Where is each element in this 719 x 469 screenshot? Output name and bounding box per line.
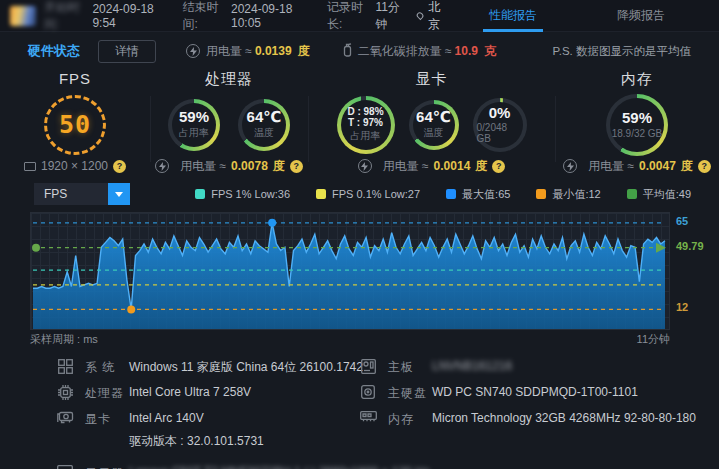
chevron-down-icon[interactable] bbox=[108, 183, 130, 205]
duration-value: 11分钟 bbox=[375, 0, 407, 33]
legend-item-1pct-low: FPS 1% Low:36 bbox=[195, 188, 290, 200]
gpu-power-unit: 度 bbox=[475, 158, 487, 175]
details-button[interactable]: 详情 bbox=[98, 40, 156, 63]
memory-usage-value: 59% bbox=[622, 110, 652, 127]
gpu-gauge-section: 显卡 D : 98% T : 97% 占用率 64℃ 温度 bbox=[308, 68, 555, 176]
cpu-temp-value: 64℃ bbox=[247, 109, 282, 126]
gpu-t-usage: T : 97% bbox=[348, 117, 383, 128]
tab-throttling-report[interactable]: 降频报告 bbox=[577, 0, 705, 32]
legend-swatch bbox=[627, 189, 637, 199]
sysinfo-row-gpu: 显卡 Intel Arc 140V bbox=[55, 411, 358, 428]
gpu-usage-label: 占用率 bbox=[351, 129, 381, 143]
fps-chart: 6549.7912 采样周期 : ms 11分钟 bbox=[30, 212, 696, 347]
cpu-power-help-icon[interactable]: ? bbox=[290, 160, 303, 173]
metric-select[interactable]: FPS bbox=[34, 183, 130, 205]
legend-swatch bbox=[195, 189, 205, 199]
co2-unit: 克 bbox=[484, 43, 496, 60]
memory-title: 内存 bbox=[621, 70, 653, 89]
end-time-label: 结束时间: bbox=[183, 0, 227, 33]
gpu-usage-ring: D : 98% T : 97% 占用率 bbox=[337, 96, 395, 154]
gpu-title: 显卡 bbox=[416, 70, 448, 89]
duration-label: 记录时长: bbox=[327, 0, 371, 33]
fps-chart-footer: 采样周期 : ms 11分钟 bbox=[30, 332, 670, 347]
cpu-icon bbox=[55, 385, 75, 400]
cpu-usage-label: 占用率 bbox=[179, 126, 209, 140]
metric-select-value[interactable]: FPS bbox=[34, 183, 108, 205]
co2-value: 10.9 bbox=[455, 44, 478, 58]
legend-item-avg: 平均值:49 bbox=[627, 187, 691, 202]
end-time-value: 2024-09-18 10:05 bbox=[231, 2, 313, 30]
app-logo bbox=[10, 6, 36, 26]
cpu-power-row: 用电量 ≈ 0.0078 度 ? bbox=[155, 156, 303, 176]
sysinfo-row-motherboard: 主板 LNVNB161216 bbox=[358, 359, 719, 376]
memory-power-row: 用电量 ≈ 0.0047 度 ? bbox=[563, 156, 711, 176]
resolution-help-icon[interactable]: ? bbox=[113, 160, 126, 173]
cpu-temp-label: 温度 bbox=[254, 126, 274, 140]
windows-icon bbox=[55, 359, 75, 374]
gpu-power-help-icon[interactable]: ? bbox=[492, 160, 505, 173]
co2-label: 二氧化碳排放量 ≈ bbox=[358, 43, 452, 60]
gpu-power-row: 用电量 ≈ 0.0014 度 ? bbox=[358, 156, 506, 176]
motherboard-icon bbox=[358, 359, 378, 374]
monitor-icon bbox=[55, 465, 75, 469]
gauges-row: FPS 50 1920 × 1200 ? 处理器 59% 占用率 bbox=[0, 68, 719, 176]
memory-power-value: 0.0047 bbox=[639, 159, 676, 173]
total-power-label: 用电量 ≈ bbox=[206, 43, 252, 60]
gpu-vram-value: 0% bbox=[489, 105, 511, 122]
gpu-power-value: 0.0014 bbox=[434, 159, 471, 173]
cpu-gauge-section: 处理器 59% 占用率 64℃ 温度 用电量 ≈ 0 bbox=[150, 68, 308, 176]
fps-title: FPS bbox=[59, 70, 91, 87]
y-axis-tick-label: 49.79 bbox=[676, 240, 704, 252]
memory-usage-ring: 59% 18.9/32 GB bbox=[606, 94, 668, 156]
sysinfo-row-cpu: 处理器 Intel Core Ultra 7 258V bbox=[55, 385, 358, 402]
gpu-vram-ring: 0% 0/2048 GB bbox=[473, 98, 527, 152]
gpu-vram-detail: 0/2048 GB bbox=[477, 122, 523, 144]
legend-item-min: 最小值:12 bbox=[536, 187, 600, 202]
fps-chart-plot-area bbox=[30, 212, 670, 330]
legend-swatch bbox=[446, 189, 456, 199]
resolution-row: 1920 × 1200 ? bbox=[24, 157, 126, 176]
performance-report-window: 开始时间: 2024-09-18 9:54 结束时间: 2024-09-18 1… bbox=[0, 0, 719, 469]
memory-power-unit: 度 bbox=[681, 158, 693, 175]
report-tabs: 性能报告 降频报告 bbox=[449, 0, 705, 32]
co2-bottle-icon bbox=[343, 43, 352, 60]
cpu-title: 处理器 bbox=[205, 70, 253, 89]
memory-power-label: 用电量 ≈ bbox=[588, 158, 634, 175]
y-axis-tick-label: 12 bbox=[676, 301, 688, 313]
cpu-temp-ring: 64℃ 温度 bbox=[238, 99, 290, 151]
location-pin-icon bbox=[415, 11, 424, 20]
status-bar: 硬件状态 详情 用电量 ≈ 0.0139 度 二氧化碳排放量 ≈ 10.9 克 … bbox=[0, 36, 719, 66]
total-power-item: 用电量 ≈ 0.0139 度 bbox=[186, 43, 313, 60]
tab-performance-report[interactable]: 性能报告 bbox=[449, 0, 577, 32]
monitor-icon bbox=[24, 162, 36, 171]
memory-power-help-icon[interactable]: ? bbox=[698, 160, 711, 173]
disk-icon bbox=[358, 385, 378, 399]
chart-legend: FPS 1% Low:36 FPS 0.1% Low:27 最大值:65 最小值… bbox=[195, 187, 691, 202]
power-icon bbox=[563, 159, 577, 173]
power-icon bbox=[358, 159, 372, 173]
chart-controls-row: FPS FPS 1% Low:36 FPS 0.1% Low:27 最大值:65… bbox=[0, 176, 719, 212]
legend-swatch bbox=[536, 189, 546, 199]
power-icon bbox=[186, 44, 200, 58]
total-power-unit: 度 bbox=[298, 43, 310, 60]
cpu-usage-value: 59% bbox=[179, 109, 209, 126]
gpu-temp-label: 温度 bbox=[424, 126, 444, 140]
avg-note: P.S. 数据图显示的是平均值 bbox=[553, 44, 691, 59]
sysinfo-row-display: 显示器 Lenovo C50T T2 MNF3072BH 1 ( ) 2880x… bbox=[55, 465, 358, 469]
gpu-temp-ring: 64℃ 温度 bbox=[409, 100, 459, 150]
fps-gauge-section: FPS 50 1920 × 1200 ? bbox=[0, 68, 150, 176]
legend-swatch bbox=[316, 189, 326, 199]
top-bar: 开始时间: 2024-09-18 9:54 结束时间: 2024-09-18 1… bbox=[0, 0, 719, 32]
location-value: 北京 bbox=[428, 0, 449, 33]
sysinfo-row-os: 系 统 Windows 11 家庭版 China 64位 26100.1742 bbox=[55, 359, 358, 376]
fps-value: 50 bbox=[59, 110, 91, 139]
y-axis-tick-label: 65 bbox=[676, 215, 688, 227]
memory-usage-detail: 18.9/32 GB bbox=[612, 128, 663, 139]
sample-period-label: 采样周期 : ms bbox=[30, 332, 98, 347]
legend-item-max: 最大值:65 bbox=[446, 187, 510, 202]
fps-dial: 50 bbox=[44, 95, 106, 155]
fps-chart-y-axis-labels: 6549.7912 bbox=[674, 212, 718, 330]
resolution-value: 1920 × 1200 bbox=[41, 159, 108, 173]
power-icon bbox=[155, 159, 169, 173]
cpu-usage-ring: 59% 占用率 bbox=[168, 99, 220, 151]
